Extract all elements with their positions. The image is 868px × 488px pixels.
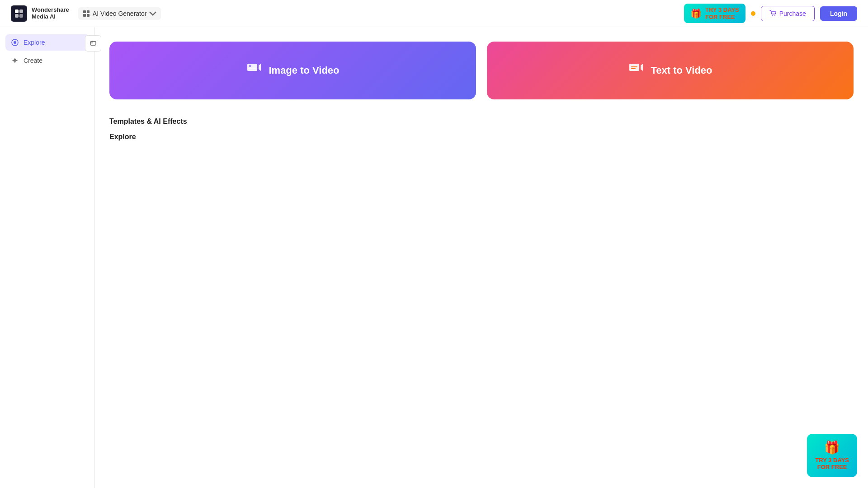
logo-icon	[11, 5, 27, 22]
nav-label: AI Video Generator	[93, 10, 147, 17]
bottom-gift-icon: 🎁	[824, 440, 840, 455]
gift-icon: 🎁	[690, 8, 702, 19]
header-left: Wondershare Media AI AI Video Generator	[11, 5, 161, 22]
text-to-video-card[interactable]: Text to Video	[487, 42, 854, 99]
login-button[interactable]: Login	[820, 6, 857, 21]
cart-icon	[769, 10, 777, 17]
svg-rect-14	[247, 64, 257, 71]
purchase-button[interactable]: Purchase	[761, 6, 815, 21]
grid-icon	[83, 10, 90, 17]
logo-brand: Wondershare	[32, 7, 69, 13]
main-layout: Explore Create	[0, 27, 868, 488]
sidebar-item-create[interactable]: Create	[5, 52, 89, 69]
logo-product: Media AI	[32, 14, 69, 20]
collapse-sidebar-button[interactable]	[85, 35, 101, 52]
sidebar-create-label: Create	[24, 57, 42, 64]
main-content: Image to Video Text to Video Templates &…	[95, 27, 868, 488]
purchase-label: Purchase	[779, 10, 806, 17]
bottom-promo-banner[interactable]: 🎁 TRY 3 DAYS FOR FREE	[807, 434, 857, 477]
templates-section-header: Templates & AI Effects	[109, 117, 854, 126]
svg-rect-13	[90, 42, 96, 45]
svg-point-15	[249, 65, 251, 67]
svg-rect-5	[87, 10, 90, 13]
image-to-video-card[interactable]: Image to Video	[109, 42, 476, 99]
svg-rect-6	[83, 14, 86, 17]
chevron-down-icon	[149, 10, 156, 17]
bottom-promo-text: TRY 3 DAYS FOR FREE	[815, 457, 849, 471]
logo-text: Wondershare Media AI	[32, 7, 69, 20]
image-to-video-label: Image to Video	[269, 65, 339, 76]
resize-icon	[90, 40, 97, 47]
svg-point-8	[772, 15, 773, 16]
image-video-icon	[246, 61, 262, 80]
nav-dropdown[interactable]: AI Video Generator	[78, 7, 161, 20]
explore-section-header: Explore	[109, 133, 854, 141]
app-header: Wondershare Media AI AI Video Generator …	[0, 0, 868, 27]
sidebar-explore-label: Explore	[24, 39, 45, 46]
svg-rect-4	[83, 10, 86, 13]
svg-rect-1	[19, 9, 23, 13]
video-cards: Image to Video Text to Video	[109, 42, 854, 99]
explore-icon	[11, 38, 19, 47]
sidebar: Explore Create	[0, 27, 95, 488]
text-video-icon	[628, 61, 644, 80]
text-to-video-label: Text to Video	[651, 65, 712, 76]
sidebar-item-explore[interactable]: Explore	[5, 34, 89, 51]
notification-dot	[751, 11, 755, 16]
header-right: 🎁 TRY 3 DAYS FOR FREE Purchase Login	[684, 4, 857, 23]
create-icon	[11, 56, 19, 65]
svg-rect-0	[15, 9, 19, 13]
try-banner[interactable]: 🎁 TRY 3 DAYS FOR FREE	[684, 4, 745, 23]
svg-point-11	[14, 41, 16, 44]
svg-point-9	[774, 15, 775, 16]
svg-rect-7	[87, 14, 90, 17]
logo[interactable]: Wondershare Media AI	[11, 5, 69, 22]
try-banner-text: TRY 3 DAYS FOR FREE	[705, 6, 739, 20]
svg-rect-2	[15, 14, 19, 18]
svg-rect-3	[19, 14, 23, 18]
